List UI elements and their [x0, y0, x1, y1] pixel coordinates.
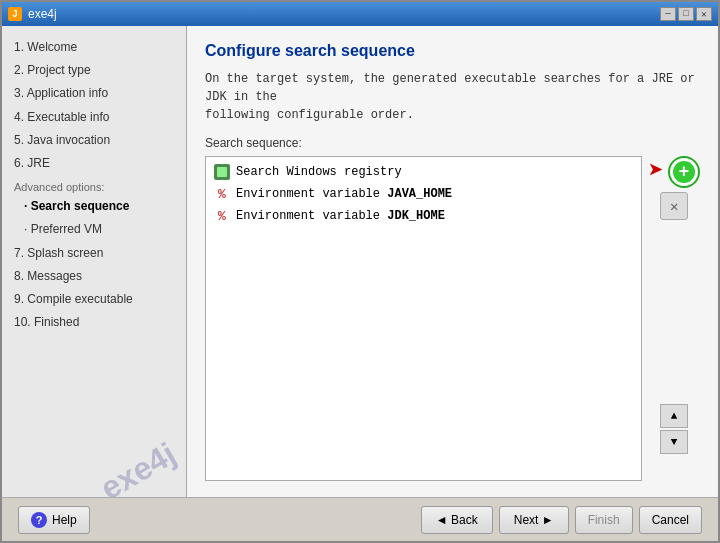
remove-sequence-button[interactable]: ✕	[660, 192, 688, 220]
advanced-options-label: Advanced options:	[10, 175, 178, 195]
sidebar: 1. Welcome 2. Project type 3. Applicatio…	[2, 26, 187, 497]
sidebar-item-search-sequence[interactable]: · Search sequence	[10, 195, 178, 218]
next-label: Next ►	[514, 513, 554, 527]
main-panel: Configure search sequence On the target …	[187, 26, 718, 497]
window-title: exe4j	[28, 7, 57, 21]
add-arrow-icon: ➤	[648, 159, 664, 185]
scroll-buttons: ▲ ▼	[660, 404, 688, 454]
sidebar-item-jre[interactable]: 6. JRE	[10, 152, 178, 175]
help-icon: ?	[31, 512, 47, 528]
sequence-area: Search Windows registry % Environment va…	[205, 156, 700, 481]
minimize-button[interactable]: ─	[660, 7, 676, 21]
description: On the target system, the generated exec…	[205, 70, 700, 124]
main-window: J exe4j ─ □ ✕ 1. Welcome 2. Project type…	[0, 0, 720, 543]
scroll-down-button[interactable]: ▼	[660, 430, 688, 454]
search-sequence-label: Search sequence:	[205, 136, 700, 150]
sidebar-item-project-type[interactable]: 2. Project type	[10, 59, 178, 82]
percent-icon-jdk: %	[214, 208, 230, 224]
sequence-item-registry-label: Search Windows registry	[236, 165, 402, 179]
title-bar: J exe4j ─ □ ✕	[2, 2, 718, 26]
description-line1: On the target system, the generated exec…	[205, 72, 695, 104]
sidebar-item-application-info[interactable]: 3. Application info	[10, 82, 178, 105]
close-button[interactable]: ✕	[696, 7, 712, 21]
sidebar-item-preferred-vm[interactable]: · Preferred VM	[10, 218, 178, 241]
description-line2: following configurable order.	[205, 108, 414, 122]
title-bar-left: J exe4j	[8, 7, 57, 21]
sidebar-item-finished[interactable]: 10. Finished	[10, 311, 178, 334]
bottom-bar: ? Help ◄ Back Next ► Finish Cancel	[2, 497, 718, 541]
watermark: exe4j	[95, 437, 180, 497]
maximize-button[interactable]: □	[678, 7, 694, 21]
add-button-area: ➤ +	[648, 156, 700, 188]
sequence-item-java-home-label: Environment variable JAVA_HOME	[236, 187, 452, 201]
finish-button[interactable]: Finish	[575, 506, 633, 534]
registry-icon	[214, 164, 230, 180]
finish-label: Finish	[588, 513, 620, 527]
scroll-up-button[interactable]: ▲	[660, 404, 688, 428]
percent-icon-java: %	[214, 186, 230, 202]
sidebar-item-executable-info[interactable]: 4. Executable info	[10, 106, 178, 129]
sidebar-item-messages[interactable]: 8. Messages	[10, 265, 178, 288]
sequence-item-registry[interactable]: Search Windows registry	[210, 161, 637, 183]
sidebar-item-welcome[interactable]: 1. Welcome	[10, 36, 178, 59]
cancel-button[interactable]: Cancel	[639, 506, 702, 534]
next-button[interactable]: Next ►	[499, 506, 569, 534]
content-area: 1. Welcome 2. Project type 3. Applicatio…	[2, 26, 718, 497]
sequence-list: Search Windows registry % Environment va…	[205, 156, 642, 481]
app-icon: J	[8, 7, 22, 21]
plus-icon: +	[673, 161, 695, 183]
sidebar-item-java-invocation[interactable]: 5. Java invocation	[10, 129, 178, 152]
sequence-item-java-home[interactable]: % Environment variable JAVA_HOME	[210, 183, 637, 205]
help-button[interactable]: ? Help	[18, 506, 90, 534]
side-buttons: ➤ + ✕ ▲ ▼	[648, 156, 700, 481]
back-button[interactable]: ◄ Back	[421, 506, 493, 534]
sequence-item-jdk-home-label: Environment variable JDK_HOME	[236, 209, 445, 223]
cancel-label: Cancel	[652, 513, 689, 527]
bottom-left: ? Help	[18, 506, 90, 534]
add-sequence-button[interactable]: +	[668, 156, 700, 188]
back-label: ◄ Back	[436, 513, 478, 527]
main-title: Configure search sequence	[205, 42, 700, 60]
sidebar-item-splash-screen[interactable]: 7. Splash screen	[10, 242, 178, 265]
help-label: Help	[52, 513, 77, 527]
sequence-item-jdk-home[interactable]: % Environment variable JDK_HOME	[210, 205, 637, 227]
bottom-right: ◄ Back Next ► Finish Cancel	[421, 506, 702, 534]
sidebar-item-compile-executable[interactable]: 9. Compile executable	[10, 288, 178, 311]
title-controls: ─ □ ✕	[660, 7, 712, 21]
